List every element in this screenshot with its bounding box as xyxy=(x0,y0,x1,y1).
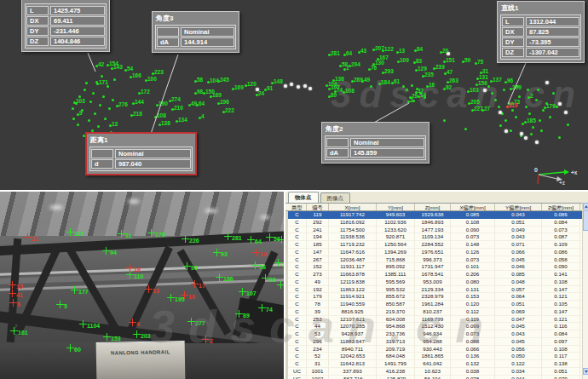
table-cell: 684.048 xyxy=(377,353,415,360)
photo-marker[interactable]: 15 xyxy=(9,281,16,289)
table-cell: 1385.111 xyxy=(377,271,415,279)
photo-marker[interactable]: 10 xyxy=(181,291,188,299)
photo-marker[interactable]: 4 xyxy=(129,319,136,326)
measurement-box-line1[interactable]: 直线1L1312.044DX87.825DY-73.395DZ-1307.042 xyxy=(497,1,585,63)
table-cell: 1477.193 xyxy=(415,227,451,234)
tab-1[interactable]: 图像点 xyxy=(320,192,351,203)
photo-marker[interactable]: 161 xyxy=(10,327,18,335)
photo-marker[interactable]: 95 xyxy=(183,262,191,270)
column-header[interactable]: Z[mm] xyxy=(415,204,451,210)
vertical-scrollbar[interactable] xyxy=(582,203,588,379)
tab-0[interactable]: 物体点 xyxy=(288,192,319,203)
photo-marker[interactable]: 186 xyxy=(216,273,223,281)
table-cell: 0.051 xyxy=(495,219,542,227)
photo-marker[interactable]: 96 xyxy=(262,274,269,282)
photo-marker[interactable]: 281 xyxy=(224,233,232,240)
photo-marker[interactable]: 28 xyxy=(277,281,284,289)
photo-marker[interactable]: 94 xyxy=(102,247,110,255)
photo-pane[interactable]: NANLONG HANDRAIL 12711175226281645614949… xyxy=(0,192,284,379)
photo-marker[interactable]: 107 xyxy=(239,288,246,296)
application-window: 3dscan.cn 103917113421435415416610022358… xyxy=(0,0,588,379)
column-header[interactable]: X偏差[mm] xyxy=(451,204,495,210)
column-header[interactable]: Y[mm] xyxy=(377,204,415,210)
photo-marker[interactable]: 56 xyxy=(266,233,274,241)
column-header[interactable]: X[mm] xyxy=(329,204,377,210)
measurement-box-dist1[interactable]: 距离1Nominald987.040 xyxy=(85,132,197,175)
tab-bar: 物体点图像点 xyxy=(285,192,588,203)
photo-marker[interactable]: 294 xyxy=(274,259,282,267)
table-row[interactable]: UC1001337.893416.23810.6230.0380.0340.05… xyxy=(288,368,588,376)
photo-marker[interactable]: 89 xyxy=(235,310,243,318)
table-row[interactable]: C15211931.117895.0921731.9470.1010.0460.… xyxy=(288,263,588,271)
table-row[interactable]: C4912119.838595.569953.0090.0800.0480.10… xyxy=(288,279,588,286)
photo-marker[interactable]: 58 xyxy=(251,261,259,269)
photo-marker[interactable]: 177 xyxy=(71,286,78,294)
photo-marker[interactable]: 13 xyxy=(145,285,153,293)
measurement-box-line2[interactable]: 直线2L1425.475DX69.411DY-231.446DZ1404.846 xyxy=(21,0,110,52)
photo-marker[interactable]: 60 xyxy=(66,344,74,352)
table-row[interactable]: C14711647.6161394.2691976.6510.1260.0660… xyxy=(288,249,588,256)
photo-marker[interactable]: 2 xyxy=(202,336,210,343)
table-row[interactable]: UC1002-567.716-125.82956.1040.0780.0440.… xyxy=(288,376,588,379)
photo-marker[interactable]: 93 xyxy=(213,249,221,256)
table-row[interactable]: C19211863.122995.5322129.3340.1310.0570.… xyxy=(288,286,588,294)
table-cell: 119 xyxy=(307,211,329,219)
table-row[interactable]: C4412070.285954.8681512.4300.0990.0450.1… xyxy=(288,323,588,330)
table-row[interactable]: C29611883.647319.713954.2880.0880.0450.0… xyxy=(288,338,588,346)
photo-marker[interactable]: 226 xyxy=(182,235,189,243)
photo-marker[interactable]: 41 xyxy=(9,290,16,297)
scroll-down-button[interactable] xyxy=(583,368,588,375)
photo-marker[interactable]: 64 xyxy=(247,236,255,244)
table-cell: 0.079 xyxy=(542,376,580,379)
table-row[interactable]: C26712036.487715.868996.3730.0730.0450.0… xyxy=(288,256,588,264)
column-header[interactable]: 编号 xyxy=(307,204,329,210)
table-cell: C xyxy=(288,346,307,353)
table-row[interactable]: C2348940.711209.719930.4430.0660.0560.10… xyxy=(288,346,588,353)
photo-marker[interactable]: 6 xyxy=(9,299,17,307)
table-row[interactable]: C5212042.653684.0481861.8650.1360.0500.1… xyxy=(288,353,588,360)
photo-marker[interactable]: 74 xyxy=(258,304,266,312)
photo-marker[interactable]: 11 xyxy=(118,230,125,238)
table-row[interactable]: C398816.925219.370810.2370.1120.0690.147 xyxy=(288,308,588,316)
table-row[interactable]: C18511719.2321250.5642284.5520.1480.0710… xyxy=(288,241,588,249)
photo-marker[interactable]: 14 xyxy=(278,236,284,244)
photo-marker[interactable]: 127 xyxy=(66,228,74,236)
table-row[interactable]: C29211816.0921102.9361846.8930.1080.0510… xyxy=(288,219,588,227)
photo-marker[interactable]: 5 xyxy=(56,301,64,308)
table-cell: C xyxy=(288,353,307,360)
table-row[interactable]: C7811940.559850.5871961.2840.1200.0510.1… xyxy=(288,301,588,308)
photo-marker[interactable]: 175 xyxy=(147,229,155,237)
table-cell: 49 xyxy=(307,279,329,286)
photo-marker[interactable]: 17 xyxy=(191,280,199,288)
column-header[interactable]: Y偏差[mm] xyxy=(495,204,542,210)
measurement-box-angle2[interactable]: 角度2NominaldA145.859 xyxy=(321,122,429,164)
table-row[interactable]: C11911917.742949.6031529.6380.0850.0430.… xyxy=(288,211,588,219)
column-header[interactable]: Z偏差[mm] xyxy=(542,204,580,210)
photo-marker[interactable]: 21 xyxy=(24,233,32,241)
column-header[interactable]: 类型 xyxy=(288,204,307,210)
photo-marker[interactable]: 195 xyxy=(167,294,175,301)
table-row[interactable]: C24111754.5001233.6201477.1930.0900.0490… xyxy=(288,227,588,234)
table-cell: 296 xyxy=(307,338,329,346)
table-row[interactable]: C17911914.921855.6722328.9790.1530.0640.… xyxy=(288,293,588,301)
viewport-3d[interactable]: 3dscan.cn 103917113421435415416610022358… xyxy=(0,0,588,190)
photo-marker[interactable]: 18 xyxy=(126,264,134,272)
scroll-up-button[interactable] xyxy=(583,203,588,210)
table-cell: UC xyxy=(288,368,307,376)
photo-marker[interactable]: 19 xyxy=(252,249,260,256)
box-row: Nominal xyxy=(157,27,234,37)
measurement-box-angle3[interactable]: 角度3NominaldA144.914 xyxy=(152,11,239,53)
photo-marker[interactable]: 203 xyxy=(133,330,141,338)
photo-marker[interactable]: 1104 xyxy=(79,320,87,328)
table-row[interactable]: C3111642.8131491.799641.0420.1320.1220.1… xyxy=(288,360,588,368)
table-row[interactable]: C539428.937233.736946.9340.0730.0430.084 xyxy=(288,330,588,338)
scroll-thumb[interactable] xyxy=(583,210,588,231)
table-row[interactable]: C19411938.536920.8711109.1340.0730.0430.… xyxy=(288,233,588,241)
box-table: L1425.475DX69.411DY-231.446DZ1404.846 xyxy=(25,3,107,49)
table-row[interactable]: C27311663.8781385.1111678.5410.2060.0850… xyxy=(288,271,588,279)
photo-marker[interactable]: 153 xyxy=(103,333,111,341)
box-row-value: 987.040 xyxy=(115,159,191,169)
photo-marker[interactable]: 110 xyxy=(126,271,134,279)
table-row[interactable]: C25312107.621604.0081169.7990.1190.0470.… xyxy=(288,316,588,324)
photo-marker[interactable]: 277 xyxy=(187,318,195,325)
